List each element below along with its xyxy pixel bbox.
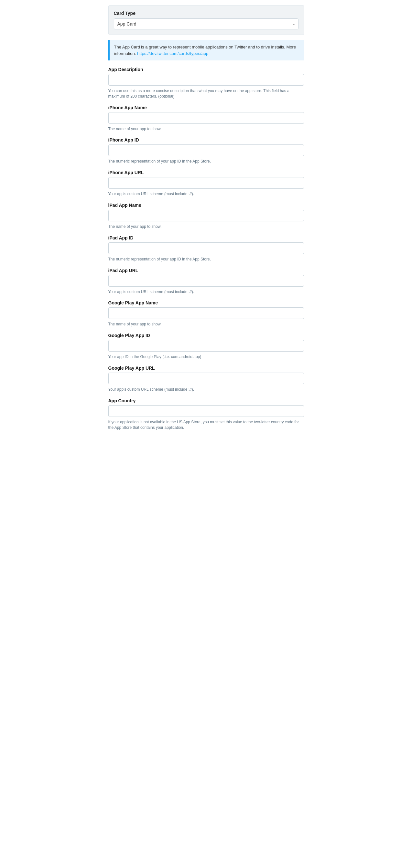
ipad-app-url-hint: Your app's custom URL scheme (must inclu… [108,289,304,295]
app-description-label: App Description [108,67,304,72]
ipad-app-name-label: iPad App Name [108,203,304,208]
ipad-app-id-input[interactable] [108,242,304,254]
iphone-app-url-hint: Your app's custom URL scheme (must inclu… [108,191,304,197]
googleplay-app-url-hint: Your app's custom URL scheme (must inclu… [108,387,304,392]
card-type-label: Card Type [114,11,298,16]
field-iphone-app-url: iPhone App URL Your app's custom URL sch… [108,170,304,197]
googleplay-app-id-label: Google Play App ID [108,333,304,338]
googleplay-app-id-hint: Your app ID in the Google Play (.i.e. co… [108,354,304,360]
iphone-app-name-hint: The name of your app to show. [108,126,304,132]
card-type-section: Card Type App Card Summary Card Summary … [108,5,304,35]
field-app-description: App Description You can use this as a mo… [108,67,304,99]
ipad-app-url-input[interactable] [108,275,304,287]
googleplay-app-name-hint: The name of your app to show. [108,321,304,327]
field-iphone-app-name: iPhone App Name The name of your app to … [108,105,304,132]
iphone-app-url-input[interactable] [108,177,304,189]
field-googleplay-app-name: Google Play App Name The name of your ap… [108,300,304,327]
ipad-app-name-hint: The name of your app to show. [108,224,304,229]
card-type-select[interactable]: App Card Summary Card Summary Card with … [114,19,298,29]
googleplay-app-name-input[interactable] [108,307,304,319]
field-googleplay-app-url: Google Play App URL Your app's custom UR… [108,366,304,392]
ipad-app-id-hint: The numeric representation of your app I… [108,256,304,262]
page-container: Card Type App Card Summary Card Summary … [103,0,309,441]
googleplay-app-url-input[interactable] [108,373,304,384]
card-type-select-wrapper: App Card Summary Card Summary Card with … [114,19,298,29]
googleplay-app-id-input[interactable] [108,340,304,351]
info-box: The App Card is a great way to represent… [108,40,304,60]
field-ipad-app-url: iPad App URL Your app's custom URL schem… [108,268,304,295]
iphone-app-id-hint: The numeric representation of your app I… [108,159,304,164]
ipad-app-name-input[interactable] [108,210,304,221]
field-googleplay-app-id: Google Play App ID Your app ID in the Go… [108,333,304,360]
info-box-link[interactable]: https://dev.twitter.com/cards/types/app [137,51,208,56]
app-description-input[interactable] [108,74,304,86]
field-ipad-app-name: iPad App Name The name of your app to sh… [108,203,304,229]
field-iphone-app-id: iPhone App ID The numeric representation… [108,137,304,164]
iphone-app-id-input[interactable] [108,145,304,156]
ipad-app-id-label: iPad App ID [108,235,304,241]
app-description-hint: You can use this as a more concise descr… [108,88,304,99]
app-country-hint: If your application is not available in … [108,420,304,430]
iphone-app-id-label: iPhone App ID [108,137,304,143]
app-country-input[interactable] [108,405,304,417]
app-country-label: App Country [108,398,304,403]
ipad-app-url-label: iPad App URL [108,268,304,273]
googleplay-app-url-label: Google Play App URL [108,366,304,371]
iphone-app-url-label: iPhone App URL [108,170,304,175]
field-ipad-app-id: iPad App ID The numeric representation o… [108,235,304,262]
iphone-app-name-input[interactable] [108,112,304,124]
iphone-app-name-label: iPhone App Name [108,105,304,110]
googleplay-app-name-label: Google Play App Name [108,300,304,305]
field-app-country: App Country If your application is not a… [108,398,304,430]
